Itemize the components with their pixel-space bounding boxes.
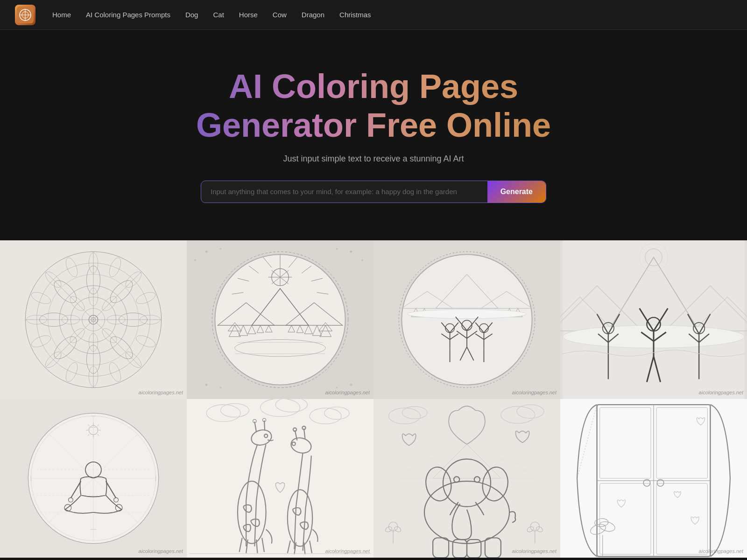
nav-home[interactable]: Home: [47, 8, 77, 21]
gallery-item: aicoloringpages.net: [0, 240, 187, 399]
nav-dog[interactable]: Dog: [180, 8, 204, 21]
hero-title: AI Coloring Pages Generator Free Online: [187, 67, 560, 145]
svg-point-206: [293, 428, 296, 431]
search-bar: Generate: [201, 181, 546, 203]
site-logo[interactable]: [15, 5, 35, 25]
gallery-item: aicoloringpages.net: [187, 399, 374, 558]
svg-point-88: [361, 259, 363, 261]
svg-point-191: [275, 399, 307, 412]
gallery-grid: aicoloringpages.net: [0, 240, 747, 558]
gallery-item: aicoloringpages.net: [187, 240, 374, 399]
svg-point-228: [526, 525, 534, 533]
svg-point-229: [536, 525, 543, 533]
watermark: aicoloringpages.net: [512, 548, 557, 554]
nav-horse[interactable]: Horse: [233, 8, 263, 21]
nav-links: Home AI Coloring Pages Prompts Dog Cat H…: [47, 8, 377, 21]
gallery-item: aicoloringpages.net: [374, 240, 560, 399]
svg-rect-125: [563, 240, 745, 399]
svg-point-218: [517, 405, 544, 418]
svg-point-89: [205, 384, 208, 386]
nav-dragon[interactable]: Dragon: [296, 8, 330, 21]
svg-point-92: [336, 386, 338, 388]
svg-point-235: [474, 476, 480, 482]
svg-point-207: [302, 426, 305, 429]
gallery-item: aicoloringpages.net: [560, 399, 747, 558]
svg-point-186: [206, 405, 240, 421]
svg-marker-219: [433, 444, 501, 478]
svg-point-225: [394, 525, 402, 533]
watermark: aicoloringpages.net: [139, 390, 183, 395]
svg-point-231: [443, 459, 491, 506]
watermark: aicoloringpages.net: [699, 390, 743, 395]
watermark: aicoloringpages.net: [139, 548, 183, 554]
svg-point-224: [385, 525, 393, 533]
watermark: aicoloringpages.net: [699, 548, 743, 554]
svg-rect-239: [485, 538, 501, 558]
svg-point-251: [589, 522, 607, 536]
watermark: aicoloringpages.net: [512, 390, 557, 395]
svg-point-91: [350, 384, 352, 386]
svg-point-187: [221, 403, 249, 417]
svg-line-210: [288, 540, 290, 553]
svg-point-216: [402, 406, 427, 419]
svg-rect-236: [433, 538, 449, 558]
svg-point-197: [264, 434, 268, 437]
hero-section: AI Coloring Pages Generator Free Online …: [0, 30, 747, 231]
svg-line-193: [254, 421, 256, 432]
svg-point-190: [261, 399, 300, 417]
svg-point-192: [250, 427, 273, 447]
svg-point-189: [324, 407, 349, 420]
nav-cat[interactable]: Cat: [207, 8, 229, 21]
svg-point-198: [238, 481, 266, 544]
svg-point-230: [424, 481, 509, 544]
generate-button[interactable]: Generate: [487, 181, 546, 203]
svg-point-101: [408, 309, 527, 318]
svg-point-234: [454, 476, 459, 482]
search-input[interactable]: [201, 181, 487, 203]
svg-point-83: [205, 250, 208, 252]
svg-point-84: [220, 248, 222, 250]
svg-line-194: [264, 420, 265, 431]
svg-point-87: [336, 248, 338, 250]
svg-point-208: [292, 442, 296, 445]
svg-line-202: [262, 538, 264, 552]
svg-line-213: [310, 540, 312, 553]
navbar: Home AI Coloring Pages Prompts Dog Cat H…: [0, 0, 747, 30]
gallery-item: aicoloringpages.net: [374, 399, 560, 558]
svg-line-199: [240, 538, 242, 552]
hero-subtitle: Just input simple text to receive a stun…: [283, 154, 464, 164]
nav-cow[interactable]: Cow: [267, 8, 292, 21]
svg-rect-246: [600, 483, 651, 554]
svg-point-86: [350, 250, 352, 252]
gallery-item: aicoloringpages.net: [0, 399, 187, 558]
nav-christmas[interactable]: Christmas: [334, 8, 377, 21]
svg-point-85: [194, 259, 196, 261]
nav-prompts[interactable]: AI Coloring Pages Prompts: [80, 8, 176, 21]
svg-rect-244: [600, 407, 651, 478]
svg-point-90: [220, 386, 222, 388]
svg-rect-247: [656, 483, 707, 554]
watermark: aicoloringpages.net: [325, 548, 370, 554]
svg-point-209: [288, 490, 312, 546]
watermark: aicoloringpages.net: [325, 390, 370, 395]
gallery-item: aicoloringpages.net: [560, 240, 747, 399]
